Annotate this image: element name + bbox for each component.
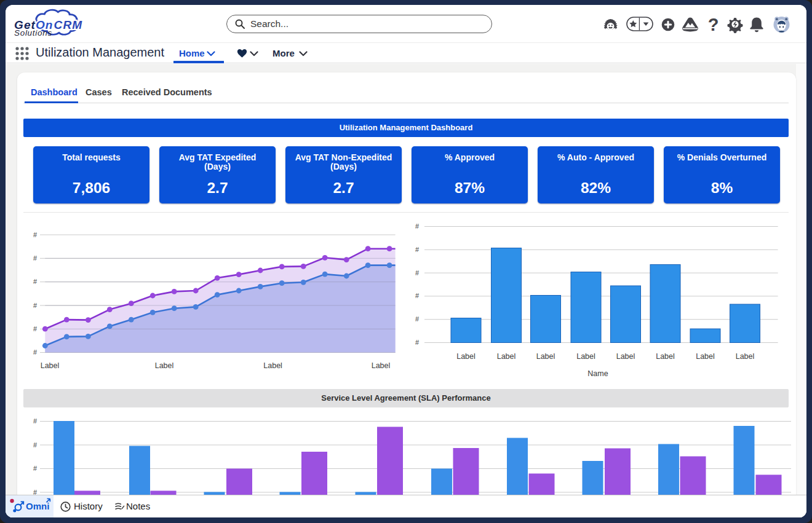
- svg-text:#: #: [415, 292, 420, 299]
- svg-text:#: #: [33, 278, 38, 285]
- svg-text:#: #: [33, 489, 38, 495]
- svg-text:#: #: [415, 246, 420, 253]
- svg-text:Label: Label: [576, 352, 595, 361]
- svg-text:Label: Label: [497, 352, 516, 361]
- svg-text:#: #: [33, 254, 38, 262]
- svg-text:Label: Label: [536, 352, 555, 361]
- svg-text:Label: Label: [155, 361, 174, 370]
- svg-text:#: #: [415, 269, 420, 277]
- svg-text:#: #: [33, 302, 38, 309]
- svg-text:#: #: [33, 441, 38, 449]
- svg-text:#: #: [33, 417, 38, 425]
- svg-text:#: #: [415, 315, 420, 323]
- svg-text:#: #: [33, 465, 38, 472]
- svg-text:Label: Label: [263, 361, 282, 370]
- svg-text:?: ?: [708, 15, 719, 34]
- svg-text:Label: Label: [736, 352, 755, 361]
- svg-text:Label: Label: [656, 352, 675, 361]
- svg-text:#: #: [33, 325, 38, 332]
- svg-text:Label: Label: [456, 352, 476, 361]
- svg-text:#: #: [33, 348, 38, 356]
- svg-text:Label: Label: [696, 352, 715, 361]
- svg-text:Label: Label: [616, 352, 635, 361]
- svg-text:#: #: [415, 339, 420, 346]
- svg-text:#: #: [33, 231, 38, 238]
- svg-text:#: #: [415, 222, 420, 230]
- svg-text:Label: Label: [372, 361, 391, 370]
- svg-text:Name: Name: [587, 369, 608, 378]
- svg-text:Solutions: Solutions: [14, 28, 52, 37]
- svg-text:Label: Label: [41, 361, 60, 370]
